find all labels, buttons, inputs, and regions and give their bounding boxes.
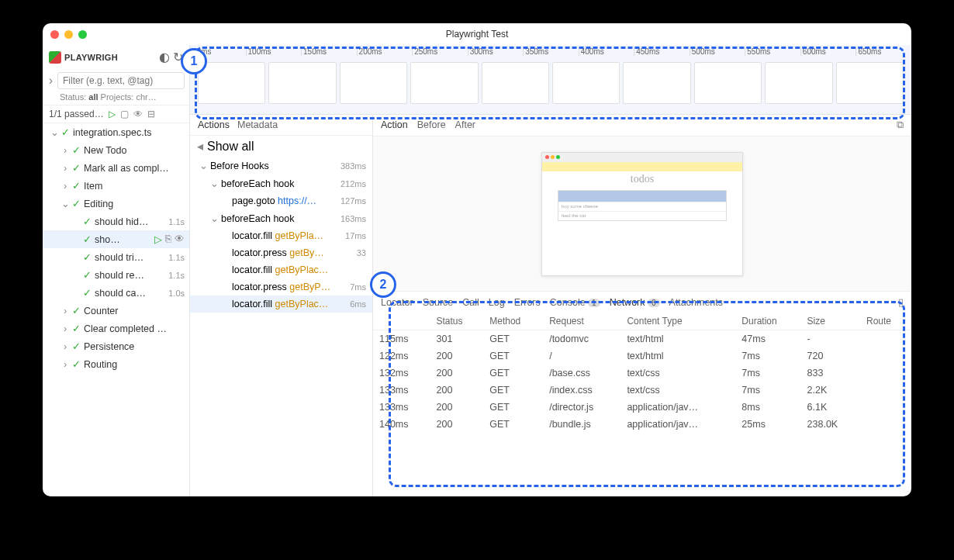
tree-row[interactable]: ✓should re…1.1s [43, 266, 189, 284]
timeline[interactable]: 50ms100ms150ms200ms250ms300ms350ms400ms4… [190, 45, 911, 115]
tab-actions[interactable]: Actions [198, 119, 230, 130]
sidebar: PLAYWRIGH ◐ ↻ › Status: all Projects: ch… [43, 45, 190, 496]
tree-row[interactable]: ⌄✓Editing [43, 195, 189, 213]
tab-call[interactable]: Call [462, 297, 479, 308]
action-arg: getByPla… [275, 230, 324, 241]
action-row[interactable]: ⌄beforeEach hook 163ms [190, 209, 372, 227]
net-route [860, 330, 911, 348]
tab-before[interactable]: Before [417, 119, 446, 131]
action-row[interactable]: ⌄beforeEach hook 212ms [190, 175, 372, 192]
chevron-icon[interactable]: › [61, 181, 69, 192]
tab-locator[interactable]: Locator [381, 297, 413, 308]
filter-input[interactable] [57, 72, 185, 89]
net-ctype: text/css [620, 382, 735, 399]
net-status: 200 [430, 347, 484, 365]
check-icon: ✓ [72, 198, 81, 209]
net-start: 115ms [373, 330, 430, 348]
network-row[interactable]: 115ms301GET/todomvctext/html47ms- [373, 330, 911, 348]
action-row[interactable]: ⌄Before Hooks 383ms [190, 157, 372, 175]
th-size[interactable]: Size [801, 313, 860, 330]
chevron-icon[interactable]: ⌄ [50, 126, 58, 138]
close-icon[interactable] [50, 30, 59, 39]
th-ctype[interactable]: Content Type [620, 313, 735, 330]
action-row[interactable]: locator.press getByP…7ms [190, 278, 372, 296]
net-method: GET [483, 330, 543, 348]
watch-icon[interactable]: 👁 [133, 109, 143, 119]
tree-row[interactable]: ›✓Mark all as compl… [43, 159, 189, 177]
filter-chevron-icon[interactable]: › [47, 74, 54, 88]
action-row[interactable]: page.goto https://…127ms [190, 192, 372, 209]
play-icon[interactable]: ▷ [109, 109, 116, 119]
network-row[interactable]: 133ms200GET/director.jsapplication/jav…8… [373, 399, 911, 416]
chevron-icon[interactable]: › [61, 163, 69, 174]
net-ctype: text/html [620, 330, 735, 348]
popout-icon[interactable]: ⧉ [897, 119, 904, 131]
th-request[interactable]: Request [543, 313, 620, 330]
tab-after[interactable]: After [455, 119, 475, 131]
trace-icon[interactable]: ⎘ [165, 233, 171, 245]
network-row[interactable]: 132ms200GET/base.csstext/css7ms833 [373, 365, 911, 382]
th-status[interactable]: Status [430, 313, 484, 330]
tree-row[interactable]: ⌄✓integration.spec.ts [43, 123, 189, 141]
tab-action[interactable]: Action [381, 119, 408, 131]
tree-row[interactable]: ›✓Routing [43, 355, 189, 373]
tree-row[interactable]: ✓sho…▷⎘👁 [43, 230, 189, 248]
minimize-icon[interactable] [64, 30, 73, 39]
side-panel-icon[interactable]: ▯ [898, 296, 904, 308]
action-row[interactable]: locator.fill getByPla…17ms [190, 227, 372, 244]
tree-row[interactable]: ›✓Persistence [43, 337, 189, 355]
net-route [860, 416, 911, 433]
chevron-icon[interactable]: › [61, 323, 69, 334]
tree-row[interactable]: ›✓Counter [43, 302, 189, 320]
tree-row[interactable]: ✓should tri…1.1s [43, 248, 189, 266]
chevron-icon[interactable]: › [61, 306, 69, 316]
tab-console[interactable]: Console 1 [550, 297, 600, 308]
tab-metadata[interactable]: Metadata [237, 119, 278, 130]
chevron-icon[interactable]: ⌄ [210, 213, 218, 224]
network-row[interactable]: 140ms200GET/bundle.jsapplication/jav…25m… [373, 416, 911, 433]
tree-label: New Todo [84, 145, 185, 156]
annotation-badge-1: 1 [181, 48, 207, 74]
tree-row[interactable]: ›✓New Todo [43, 141, 189, 159]
tree-row[interactable]: ✓should ca…1.0s [43, 284, 189, 302]
chevron-icon[interactable]: ⌄ [61, 198, 69, 209]
th-route[interactable]: Route [860, 313, 911, 330]
th-duration[interactable]: Duration [735, 313, 800, 330]
th-method[interactable]: Method [483, 313, 543, 330]
chevron-icon[interactable]: ⌄ [199, 160, 207, 171]
window-title: Playwright Test [446, 29, 508, 40]
tree-row[interactable]: ›✓Clear completed … [43, 320, 189, 337]
play-icon[interactable]: ▷ [154, 233, 162, 245]
chevron-icon[interactable]: ⌄ [210, 178, 218, 189]
network-row[interactable]: 133ms200GET/index.csstext/css7ms2.2K [373, 382, 911, 399]
tree-row[interactable]: ✓should hid…1.1s [43, 213, 189, 230]
stop-icon[interactable]: ▢ [120, 109, 129, 119]
test-tree: ⌄✓integration.spec.ts›✓New Todo›✓Mark al… [43, 123, 189, 496]
tab-errors[interactable]: Errors [514, 297, 541, 308]
chevron-icon[interactable]: › [61, 145, 69, 156]
tree-row[interactable]: ›✓Item [43, 177, 189, 195]
tab-attachments[interactable]: Attachments [669, 297, 723, 308]
action-row[interactable]: locator.fill getByPlac… [190, 261, 372, 278]
actions-panel: Actions Metadata ◂ Show all ⌄Before Hook… [190, 115, 373, 496]
watch-icon[interactable]: 👁 [175, 233, 185, 245]
tab-source[interactable]: Source [423, 297, 454, 308]
theme-toggle-icon[interactable]: ◐ [159, 50, 170, 64]
tab-log[interactable]: Log [489, 297, 505, 308]
net-ctype: text/html [620, 347, 735, 365]
tree-time: 1.1s [168, 217, 185, 226]
chevron-icon[interactable]: › [61, 341, 69, 352]
chevron-icon[interactable]: › [61, 359, 69, 370]
collapse-icon[interactable]: ⊟ [147, 109, 155, 119]
action-row[interactable]: locator.press getBy…33 [190, 244, 372, 261]
show-all-row[interactable]: ◂ Show all [190, 136, 372, 157]
tree-time: 1.1s [168, 271, 185, 280]
tab-network[interactable]: Network 6 [610, 297, 660, 308]
zoom-icon[interactable] [78, 30, 87, 39]
net-duration: 8ms [735, 399, 800, 416]
action-time: 7ms [350, 282, 366, 292]
th-start[interactable] [373, 313, 430, 330]
net-route [860, 399, 911, 416]
network-row[interactable]: 122ms200GET/text/html7ms720 [373, 347, 911, 365]
action-row[interactable]: locator.fill getByPlac…6ms [190, 296, 372, 313]
